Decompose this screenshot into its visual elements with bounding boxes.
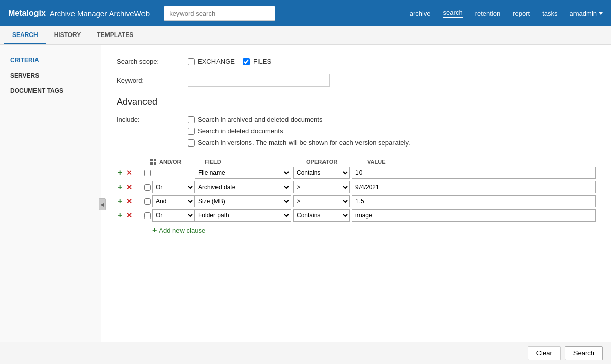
clause-row-2: + ✕ Or And File name Archived date Size … — [117, 195, 596, 207]
sidebar: ◀ CRITERIA SERVERS DOCUMENT TAGS — [0, 45, 101, 364]
clause-row-3: + ✕ Or And File name Archived date Size … — [117, 209, 596, 222]
nav-search[interactable]: search — [443, 9, 463, 18]
nav-amadmin[interactable]: amadmin — [570, 10, 603, 17]
header-search-area — [164, 6, 275, 21]
search-scope-label: Search scope: — [117, 55, 188, 65]
clause-actions-2: + ✕ — [117, 197, 142, 205]
keyword-label: Keyword: — [117, 74, 188, 84]
clause-check-2[interactable] — [144, 198, 151, 205]
clause-header-field: FIELD — [205, 159, 306, 165]
include-archived-deleted-checkbox[interactable] — [188, 116, 195, 123]
clause-checkbox-3 — [142, 212, 152, 219]
brand-metalogix: Metalogix — [8, 9, 46, 18]
clause-field-3[interactable]: File name Archived date Size (MB) Folder… — [195, 209, 291, 222]
clause-check-0[interactable] — [144, 170, 151, 176]
clause-header-andor: AND/OR — [159, 159, 205, 165]
clause-checkbox-2 — [142, 198, 152, 205]
tab-search[interactable]: SEARCH — [4, 27, 46, 44]
clause-header: AND/OR FIELD OPERATOR VALUE — [117, 159, 596, 165]
clause-header-value: VALUE — [367, 159, 596, 165]
sidebar-item-criteria[interactable]: CRITERIA — [0, 53, 101, 68]
clause-checkbox-0 — [142, 170, 152, 176]
clause-value-1[interactable] — [352, 181, 596, 193]
clause-remove-0[interactable]: ✕ — [125, 169, 133, 176]
sidebar-item-servers[interactable]: SERVERS — [0, 68, 101, 83]
grid-icon-header — [147, 159, 159, 165]
exchange-checkbox-label[interactable]: EXCHANGE — [188, 58, 235, 65]
clause-value-2[interactable] — [352, 195, 596, 207]
tab-bar: SEARCH HISTORY TEMPLATES — [0, 26, 611, 45]
clause-operator-0[interactable]: Contains > < = — [293, 167, 350, 179]
clause-check-3[interactable] — [144, 212, 151, 219]
include-versions-label: Search in versions. The match will be sh… — [198, 139, 410, 147]
nav-report[interactable]: report — [513, 10, 530, 17]
include-archived-deleted-label: Search in archived and deleted documents — [198, 116, 322, 123]
clause-add-2[interactable]: + — [117, 197, 123, 205]
include-checks: Search in archived and deleted documents… — [188, 116, 410, 147]
content-area: Search scope: EXCHANGE FILES Keyword: Ad… — [101, 45, 611, 364]
main-layout: ◀ CRITERIA SERVERS DOCUMENT TAGS Search … — [0, 45, 611, 364]
clause-operator-2[interactable]: Contains > < = — [293, 195, 350, 207]
add-clause-plus-icon: + — [152, 226, 157, 235]
nav-tasks[interactable]: tasks — [542, 10, 557, 17]
include-check-0[interactable]: Search in archived and deleted documents — [188, 116, 410, 123]
keyword-row: Keyword: — [117, 74, 596, 87]
clause-header-operator: OPERATOR — [306, 159, 367, 165]
files-label: FILES — [253, 58, 271, 65]
include-deleted-label: Search in deleted documents — [198, 127, 283, 135]
include-row: Include: Search in archived and deleted … — [117, 116, 596, 147]
clause-andor-2[interactable]: Or And — [152, 195, 195, 207]
include-versions-checkbox[interactable] — [188, 139, 195, 147]
include-check-2[interactable]: Search in versions. The match will be sh… — [188, 139, 410, 147]
search-scope-row: Search scope: EXCHANGE FILES — [117, 55, 596, 65]
clause-field-0[interactable]: File name Archived date Size (MB) Folder… — [195, 167, 291, 179]
keyword-control — [188, 74, 596, 87]
keyword-search-input[interactable] — [164, 6, 275, 21]
exchange-label: EXCHANGE — [198, 58, 235, 65]
tab-templates[interactable]: TEMPLATES — [89, 27, 141, 44]
clear-button[interactable]: Clear — [528, 346, 561, 360]
clause-actions-3: + ✕ — [117, 211, 142, 220]
chevron-down-icon — [599, 12, 603, 15]
advanced-heading: Advanced — [117, 97, 596, 107]
include-label: Include: — [117, 116, 188, 123]
clause-checkbox-1 — [142, 184, 152, 191]
header: Metalogix Archive Manager ArchiveWeb arc… — [0, 0, 611, 26]
exchange-checkbox[interactable] — [188, 58, 195, 65]
clause-actions-0: + ✕ — [117, 169, 142, 177]
clause-row-0: + ✕ File name Archived date Size (MB) Fo… — [117, 167, 596, 179]
clause-operator-1[interactable]: Contains > < = — [293, 181, 350, 193]
files-checkbox-label[interactable]: FILES — [243, 58, 271, 65]
clause-add-1[interactable]: + — [117, 183, 123, 191]
clause-row-1: + ✕ Or And File name Archived date Size … — [117, 181, 596, 193]
include-deleted-checkbox[interactable] — [188, 128, 195, 135]
clause-andor-3[interactable]: Or And — [152, 209, 195, 222]
clause-section: AND/OR FIELD OPERATOR VALUE + ✕ File nam… — [117, 159, 596, 235]
brand: Metalogix Archive Manager ArchiveWeb — [8, 9, 150, 18]
clause-operator-3[interactable]: Contains > < = — [293, 209, 350, 222]
app-title: Archive Manager ArchiveWeb — [50, 9, 150, 18]
include-check-1[interactable]: Search in deleted documents — [188, 127, 410, 135]
clause-field-1[interactable]: File name Archived date Size (MB) Folder… — [195, 181, 291, 193]
footer: Clear Search — [0, 342, 611, 364]
search-scope-controls: EXCHANGE FILES — [188, 55, 596, 65]
keyword-input[interactable] — [188, 74, 330, 87]
add-clause-link[interactable]: + Add new clause — [152, 226, 596, 235]
nav-archive[interactable]: archive — [410, 10, 431, 17]
clause-remove-2[interactable]: ✕ — [125, 198, 133, 205]
clause-add-0[interactable]: + — [117, 169, 123, 177]
clause-value-0[interactable] — [352, 167, 596, 179]
sidebar-item-document-tags[interactable]: DOCUMENT TAGS — [0, 83, 101, 98]
clause-andor-1[interactable]: Or And — [152, 181, 195, 193]
search-button[interactable]: Search — [565, 346, 603, 360]
clause-value-3[interactable] — [352, 209, 596, 222]
tab-history[interactable]: HISTORY — [46, 27, 89, 44]
clause-remove-3[interactable]: ✕ — [125, 212, 133, 219]
clause-add-3[interactable]: + — [117, 211, 123, 220]
files-checkbox[interactable] — [243, 58, 250, 65]
clause-remove-1[interactable]: ✕ — [125, 184, 133, 191]
nav-retention[interactable]: retention — [475, 10, 501, 17]
sidebar-toggle[interactable]: ◀ — [99, 198, 106, 210]
clause-field-2[interactable]: File name Archived date Size (MB) Folder… — [195, 195, 291, 207]
clause-check-1[interactable] — [144, 184, 151, 191]
